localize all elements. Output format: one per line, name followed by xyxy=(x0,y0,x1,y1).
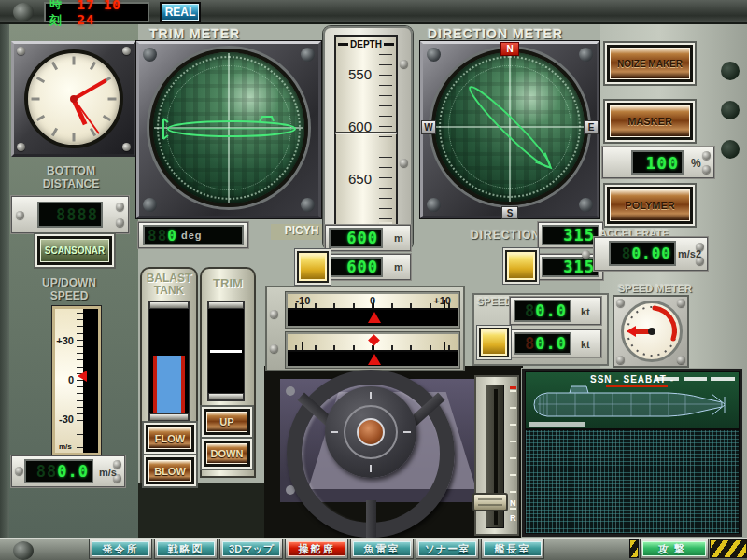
direction-meter-label: DIRECTION METER xyxy=(428,26,563,41)
trim-meter-label: TRIM METER xyxy=(149,26,240,41)
flow-frame: FLOW xyxy=(146,425,194,452)
bottom-distance-label2: DISTANCE xyxy=(24,177,118,190)
seabat-blueprint: SSN - SEABAT - xyxy=(526,372,739,428)
flow-button[interactable]: FLOW xyxy=(148,427,191,449)
menu-item-frame: 操舵席 xyxy=(286,539,347,558)
depth-set-button[interactable] xyxy=(297,251,329,283)
scansonar-button[interactable]: SCANSONAR xyxy=(40,239,109,262)
updown-tick-label: 0 xyxy=(51,374,74,385)
depth-readout1-unit: m xyxy=(394,232,403,244)
htrim1-pointer xyxy=(368,312,381,323)
seabat-caption-bar xyxy=(529,422,585,427)
left-edge-strip xyxy=(0,24,9,539)
depth-readout2-value: 600 xyxy=(346,258,378,276)
second-hand xyxy=(73,98,100,133)
up-frame: UP xyxy=(204,409,250,435)
seabat-grid-display xyxy=(526,430,739,533)
down-button[interactable]: DOWN xyxy=(206,443,247,464)
seabat-spec-bar xyxy=(711,377,735,381)
blow-label: BLOW xyxy=(154,466,186,477)
speed-set-button[interactable] xyxy=(479,328,509,357)
menu-item-captain-room[interactable]: 艦長室 xyxy=(484,541,542,556)
down-frame: DOWN xyxy=(204,441,250,467)
direction-readout1-value: 315 xyxy=(563,226,595,245)
scansonar-frame: SCANSONAR xyxy=(37,236,112,265)
real-button-frame: REAL xyxy=(160,2,201,22)
wheel-hub xyxy=(325,386,416,478)
speed1-unit: kt xyxy=(581,306,590,317)
masker-pct-display: 100 xyxy=(631,150,684,175)
throttle-assembly: N R xyxy=(474,375,519,536)
depth-readout2: 600 xyxy=(329,257,383,277)
updown-gauge: +30 0 -30 m/s xyxy=(52,306,101,455)
real-button[interactable]: REAL xyxy=(162,4,199,21)
seabat-spec-bar xyxy=(655,377,679,381)
htrim-tick-label: 0 xyxy=(370,295,375,306)
pitch-unit: deg xyxy=(181,230,203,241)
screw-icon xyxy=(702,165,711,174)
clock-face xyxy=(24,49,123,148)
throttle-n-label: N xyxy=(510,498,516,508)
compass-south-tag: S xyxy=(501,206,518,219)
depth-tick-label: 650 xyxy=(338,171,372,187)
balast-water-fill xyxy=(153,356,185,413)
pitch-value: 0 xyxy=(167,227,177,245)
wheel-spoke xyxy=(366,500,376,538)
direction-set-button[interactable] xyxy=(505,250,537,282)
pitch-ghost-digits: 88 xyxy=(148,227,167,245)
htrim2-pointer xyxy=(368,354,381,365)
masker-button[interactable]: MASKER xyxy=(610,105,690,137)
compass-west-tag: W xyxy=(421,120,436,134)
hex-bolt-icon xyxy=(13,3,34,21)
speed2-ghost: 8 xyxy=(525,334,535,353)
menu-item-strategy-map[interactable]: 戦略図 xyxy=(157,541,215,556)
pitch-display: 880deg xyxy=(143,225,244,245)
up-button[interactable]: UP xyxy=(206,412,247,432)
blow-button[interactable]: BLOW xyxy=(148,460,191,482)
menu-item-3d-map[interactable]: 3Dマップ xyxy=(222,541,280,556)
noize-maker-button[interactable]: NOIZE MAKER xyxy=(610,48,690,79)
direction-readout2-value: 315 xyxy=(563,258,595,276)
menu-item-frame: 艦長室 xyxy=(482,539,543,558)
menu-item-frame: ソナー室 xyxy=(416,539,478,558)
speed-readout1: 80.0 xyxy=(514,300,571,322)
menu-item-torpedo-room[interactable]: 魚雷室 xyxy=(353,541,411,556)
scansonar-label: SCANSONAR xyxy=(45,245,105,256)
time-label: 時刻 xyxy=(49,0,73,29)
seabat-panel: SSN - SEABAT - xyxy=(521,368,743,538)
screw-icon xyxy=(702,151,711,160)
menu-item-frame: 発令所 xyxy=(90,539,151,558)
screw-icon xyxy=(400,60,408,68)
flow-label: FLOW xyxy=(155,433,185,444)
screw-icon xyxy=(579,198,593,212)
speed-label: SPEED xyxy=(477,296,512,307)
updown-tick-label: +30 xyxy=(51,335,74,346)
seabat-submarine-blueprint xyxy=(529,385,736,425)
top-bar: 時刻 17 10 24 REAL xyxy=(0,0,747,24)
attack-button[interactable]: 攻撃 xyxy=(642,541,706,556)
attack-button-frame: 攻撃 xyxy=(641,539,708,558)
masker-pct-unit: % xyxy=(691,157,701,170)
direction-readout2: 315 xyxy=(542,257,599,277)
compass-east-tag: E xyxy=(584,120,599,134)
speed-dial-face xyxy=(621,301,683,362)
screw-icon xyxy=(17,47,25,55)
side-knob-icon xyxy=(721,62,740,80)
menu-item-helm-seat[interactable]: 操舵席 xyxy=(288,541,345,556)
updown-label1: UP/DOWN xyxy=(28,276,110,289)
htrim-tick-label: +10 xyxy=(433,295,451,306)
menu-item-frame: 戦略図 xyxy=(155,539,217,558)
menu-item-sonar-room[interactable]: ソナー室 xyxy=(418,541,476,556)
updown-ghost: 88 xyxy=(36,462,57,481)
screw-icon xyxy=(143,48,157,62)
polymer-button[interactable]: POLYMER xyxy=(610,189,690,221)
depth-tick-strip xyxy=(379,54,392,237)
noize-maker-label: NOIZE MAKER xyxy=(617,59,683,69)
accelerate-unit: m/s2 xyxy=(678,248,701,259)
menu-item-frame: 魚雷室 xyxy=(351,539,413,558)
menu-item-command-room[interactable]: 発令所 xyxy=(92,541,149,556)
trim-column-label: TRIM xyxy=(200,276,256,290)
screw-icon xyxy=(270,344,278,353)
screw-icon xyxy=(16,211,24,219)
throttle-handle[interactable] xyxy=(472,493,508,511)
